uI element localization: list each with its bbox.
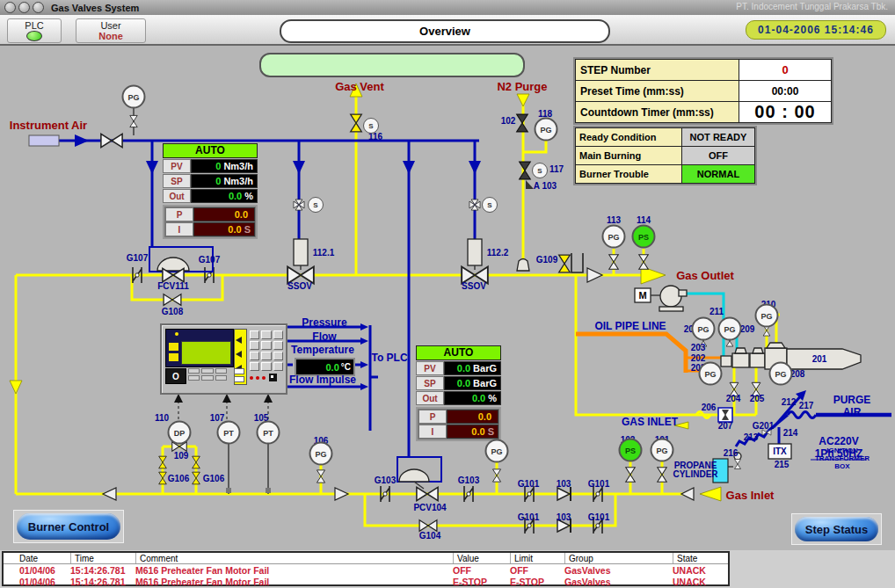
burner-201 bbox=[787, 349, 861, 369]
flow-computer: O bbox=[160, 323, 287, 395]
reducer bbox=[103, 488, 116, 500]
n2-purge-arrow bbox=[517, 94, 529, 106]
flow-out: 0.0% bbox=[191, 189, 258, 203]
window-title: Gas Valves System bbox=[51, 3, 139, 13]
gas-vent-arrow bbox=[350, 83, 362, 97]
countdown-label: Countdown Timer (mm:ss) bbox=[576, 102, 739, 122]
function-keys[interactable] bbox=[188, 368, 227, 382]
countdown-value: 00 : 00 bbox=[739, 102, 831, 122]
valve-pcv104 bbox=[417, 487, 438, 500]
valve-g106-2 bbox=[193, 472, 200, 484]
user-button[interactable]: User None bbox=[76, 18, 146, 43]
flow-pv: 0Nm3/h bbox=[191, 159, 258, 173]
ready-condition-value: NOT READY bbox=[682, 128, 754, 146]
pressure-out: 0.0% bbox=[444, 391, 501, 405]
reducer bbox=[587, 268, 602, 282]
alarm-col-header: Limit bbox=[510, 553, 564, 563]
window-minimize-icon[interactable] bbox=[18, 2, 30, 13]
flow-controller-faceplate[interactable]: AUTO PV 0Nm3/h SP 0Nm3/h Out 0.0% P 0.0 … bbox=[163, 143, 258, 239]
ssov2-actuator bbox=[468, 239, 482, 265]
pressure-i: 0.0S bbox=[447, 425, 498, 439]
valve-109 bbox=[172, 442, 187, 452]
alarm-col-header: Time bbox=[70, 553, 135, 563]
message-banner bbox=[259, 53, 525, 77]
gas-inlet-arrow bbox=[700, 487, 721, 501]
burner-control-button[interactable]: Burner Control bbox=[17, 513, 120, 540]
flow-sp: 0Nm3/h bbox=[191, 174, 258, 188]
user-value: None bbox=[98, 31, 123, 41]
down-arrow bbox=[10, 381, 22, 394]
alarm-col-header: Group bbox=[564, 553, 673, 563]
preset-time-value: 00:00 bbox=[739, 81, 831, 101]
check-valve-103-1 bbox=[557, 487, 571, 501]
step-status-frame: Step Status bbox=[791, 513, 882, 545]
alarm-bar: DateTimeCommentValueLimitGroupState 01/0… bbox=[0, 550, 895, 588]
ssov1-actuator bbox=[294, 239, 308, 265]
power-button[interactable]: O bbox=[165, 368, 186, 384]
pcv104-actuator bbox=[399, 469, 429, 482]
flow-computer-keypad[interactable] bbox=[250, 330, 283, 373]
instrument-air-valve bbox=[101, 134, 122, 147]
burner-trouble-label: Burner Trouble bbox=[576, 165, 682, 183]
valve-g108 bbox=[164, 294, 181, 306]
window-maximize-icon[interactable] bbox=[33, 2, 44, 13]
valve-g104 bbox=[419, 520, 437, 532]
burner-trouble-value: NORMAL bbox=[682, 165, 754, 183]
flow-computer-display bbox=[165, 329, 234, 367]
main-burning-value: OFF bbox=[682, 147, 754, 164]
temperature-display: 0.0°C bbox=[295, 358, 355, 376]
pressure-p: 0.0 bbox=[447, 410, 498, 424]
alarm-row[interactable]: 01/04/0615:14:26.781M616 Preheater Fan M… bbox=[4, 564, 728, 576]
pressure-sp: 0.0BarG bbox=[444, 376, 501, 390]
valve-102 bbox=[517, 114, 528, 132]
reducer bbox=[681, 488, 694, 500]
alarm-col-header: Date bbox=[19, 553, 70, 563]
title-bar: Gas Valves System PT. Indocement Tunggal… bbox=[0, 0, 895, 16]
gas-inlet-small-arrow bbox=[674, 422, 688, 429]
instrument-air-source bbox=[29, 135, 59, 146]
step-number-label: STEP Number bbox=[576, 60, 739, 80]
valve-117 bbox=[520, 162, 531, 179]
alarm-row[interactable]: 01/04/0615:14:26.781M616 Preheater Fan M… bbox=[4, 576, 728, 587]
alarm-col-header: State bbox=[673, 553, 728, 563]
flow-p: 0.0 bbox=[193, 207, 255, 221]
motor-box bbox=[635, 288, 651, 302]
itx-box bbox=[768, 444, 791, 459]
user-label: User bbox=[100, 20, 120, 31]
pressure-controller-mode: AUTO bbox=[416, 345, 501, 360]
scada-screen: Gas Valves System PT. Indocement Tunggal… bbox=[0, 0, 895, 588]
reducer bbox=[335, 488, 348, 500]
flow-controller-mode: AUTO bbox=[163, 143, 258, 158]
step-status-button[interactable]: Step Status bbox=[795, 517, 878, 541]
window-close-icon[interactable] bbox=[4, 2, 16, 13]
valve-116 bbox=[351, 114, 362, 132]
window-buttons[interactable] bbox=[4, 2, 44, 13]
check-valve-103-2 bbox=[557, 519, 571, 533]
plc-led-icon bbox=[26, 31, 42, 41]
datetime-display: 01-04-2006 15:14:46 bbox=[746, 20, 886, 40]
alarm-col-header: Comment bbox=[135, 553, 453, 563]
valve-204 bbox=[730, 382, 739, 396]
alarm-header: DateTimeCommentValueLimitGroupState bbox=[4, 553, 728, 564]
plc-status-button[interactable]: PLC bbox=[7, 18, 62, 43]
toolbar: PLC User None Overview 01-04-2006 15:14:… bbox=[0, 15, 895, 46]
propane-cylinder bbox=[713, 459, 728, 483]
preset-time-label: Preset Time (mm:ss) bbox=[576, 81, 739, 101]
plc-label: PLC bbox=[25, 20, 43, 31]
vent-silencer bbox=[517, 259, 529, 272]
burner-status-panel: Ready Condition NOT READY Main Burning O… bbox=[573, 126, 757, 185]
flow-i: 0.0S bbox=[193, 222, 255, 236]
alarm-col-header: Value bbox=[453, 553, 510, 563]
burner-control-frame: Burner Control bbox=[13, 510, 124, 543]
alarm-table: DateTimeCommentValueLimitGroupState 01/0… bbox=[2, 551, 730, 586]
valve-216 bbox=[735, 460, 741, 469]
company-name: PT. Indocement Tunggal Prakarsa Tbk. bbox=[736, 2, 888, 11]
burner-assembly bbox=[635, 286, 861, 483]
valve-g106-1 bbox=[159, 472, 167, 484]
process-diagram: STEP Number 0 Preset Time (mm:ss) 00:00 … bbox=[0, 44, 895, 550]
step-number-value: 0 bbox=[739, 60, 831, 80]
view-title[interactable]: Overview bbox=[280, 19, 610, 43]
valve-g109 bbox=[559, 255, 571, 272]
ready-condition-label: Ready Condition bbox=[576, 128, 682, 146]
pressure-controller-faceplate[interactable]: AUTO PV 0.0BarG SP 0.0BarG Out 0.0% P 0.… bbox=[416, 345, 501, 441]
